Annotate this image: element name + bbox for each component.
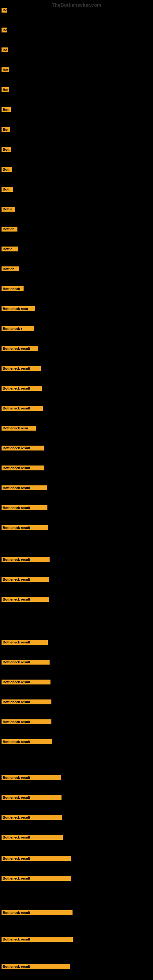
bar-label: Bot [2,67,9,72]
bar-item: Bottleneck result [2,525,48,531]
bar-label: Bot [2,127,10,132]
bar-item: Bottleneck result [2,775,61,781]
bar-label: Bottlen [2,266,19,271]
bar-item: Bott [2,147,11,153]
bar-label: Bottleneck result [2,815,62,820]
bar-item: Bottleneck result [2,577,49,583]
bar-label: Bottleneck result [2,739,52,744]
bar-label: Bottleneck result [2,835,63,840]
bar-item: Bottleneck result [2,739,52,745]
bar-item: Bo [2,27,7,34]
bar-item: Bo [2,8,7,14]
bar-item: Bott [2,167,12,173]
bar-item: Bottleneck result [2,795,62,801]
bar-item: Bott [2,187,13,193]
bar-label: Bottleneck resu [2,426,36,431]
bar-item: Bottleneck result [2,406,43,412]
bar-label: Bottleneck result [2,346,38,351]
bar-label: Bottleneck result [2,876,71,881]
bar-item: Bottleneck result [2,597,49,603]
bar-item: Bottleneck [2,286,24,293]
bar-item: Bottleneck result [2,485,47,492]
bar-label: Bott [2,147,11,152]
bar-item: Bottleneck result [2,937,73,943]
bar-label: Bottle [2,207,15,212]
bar-label: Bottleneck result [2,577,49,582]
bar-label: Bottleneck result [2,775,61,780]
bar-label: Bottleneck result [2,640,48,645]
bar-item: Bottleneck resu [2,426,36,432]
bar-label: Bott [2,107,11,112]
bar-label: Bottleneck result [2,660,49,665]
bar-item: Bottleneck resu [2,306,35,312]
bar-item: Bottleneck result [2,964,70,970]
bar-label: Bottleneck result [2,525,48,530]
bar-item: Bottleneck result [2,346,38,352]
bar-item: Bottlen [2,266,19,272]
bar-item: Bottleneck result [2,700,51,706]
bar-item: Bottleneck result [2,466,45,472]
bar-label: Bottleneck result [2,557,49,562]
bar-item: Bottleneck result [2,386,42,392]
bar-item: Bottleneck result [2,856,71,862]
bar-item: Bottleneck result [2,640,48,646]
bar-item: Bottleneck result [2,679,51,686]
bar-item: Bottleneck r [2,326,33,332]
bar-item: Bo [2,48,8,54]
bar-item: Bottleneck result [2,815,62,821]
bar-item: Bottle [2,247,18,253]
bar-label: Bottleneck result [2,910,73,915]
bar-label: Bottleneck result [2,445,44,450]
bar-label: Bottleneck result [2,386,42,391]
bar-label: Bottleneck r [2,326,33,331]
bar-label: Bottleneck result [2,406,43,411]
bar-label: Bottleneck result [2,719,51,724]
bar-label: Bot [2,87,9,92]
bar-item: Bottleneck result [2,660,49,666]
bar-label: Bottleneck result [2,366,41,371]
bar-label: Bottleneck result [2,937,73,942]
bar-label: Bottleneck resu [2,306,35,311]
bar-label: Bottlen [2,227,18,232]
bar-item: Bot [2,87,9,94]
bar-label: Bottleneck result [2,505,48,510]
bar-item: Bottleneck result [2,505,48,511]
bar-label: Bott [2,187,13,192]
bar-item: Bottleneck result [2,557,49,563]
bar-item: Bottle [2,207,15,213]
bar-label: Bott [2,167,12,172]
bar-item: Bottleneck result [2,445,44,452]
bar-label: Bottleneck result [2,466,45,470]
bar-item: Bottleneck result [2,910,73,916]
bar-label: Bottleneck result [2,679,51,684]
bar-item: Bottleneck result [2,876,71,882]
bar-label: Bottleneck [2,286,24,291]
bar-label: Bottleneck result [2,597,49,602]
bar-item: Bott [2,107,11,113]
bar-label: Bottleneck result [2,856,71,861]
bar-item: Bottlen [2,227,18,233]
bar-label: Bottle [2,247,18,251]
bar-item: Bot [2,67,9,73]
bar-label: Bo [2,8,7,13]
bar-label: Bottleneck result [2,700,51,705]
bar-label: Bo [2,27,7,32]
bar-label: Bottleneck result [2,795,62,800]
site-title: TheBottlenecker.com [0,0,153,10]
bar-label: Bo [2,48,8,52]
bar-item: Bottleneck result [2,366,41,372]
bar-label: Bottleneck result [2,964,70,969]
bar-item: Bot [2,127,10,133]
bar-item: Bottleneck result [2,835,63,841]
bar-item: Bottleneck result [2,719,51,725]
bar-label: Bottleneck result [2,485,47,490]
